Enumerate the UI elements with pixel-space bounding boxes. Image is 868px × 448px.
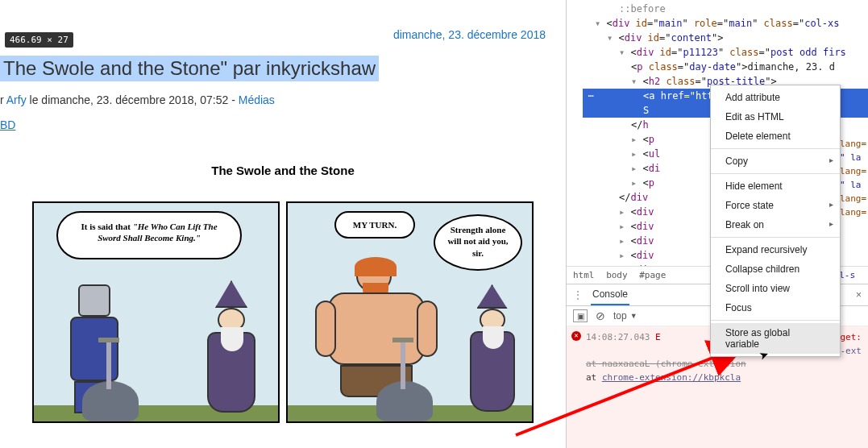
drawer-close-icon[interactable]: × [856, 289, 862, 301]
dom-node-main[interactable]: <div id="main" role="main" class="col-xs [583, 16, 868, 31]
context-selector[interactable]: top ▼ [613, 310, 638, 321]
breadcrumb-html[interactable]: html [573, 270, 595, 280]
speech-bubble-2: MY TURN. [334, 211, 415, 239]
post-meta-line: r Arfy le dimanche, 23. décembre 2018, 0… [0, 93, 566, 106]
menu-add-attribute[interactable]: Add attribute [711, 88, 840, 107]
wizard-character-2 [462, 284, 522, 421]
menu-hide-element[interactable]: Hide element [711, 176, 840, 196]
element-dimensions-tooltip: 466.69 × 27 [5, 32, 73, 48]
speech-bubble-1: It is said that "He Who Can Lift The Swo… [56, 211, 242, 259]
console-tab[interactable]: Console [591, 284, 629, 305]
comic-title: The Swole and the Stone [0, 164, 566, 177]
meta-mid: le dimanche, 23. décembre 2018, 07:52 - [27, 93, 239, 106]
console-error-link[interactable]: chrome-extension://kbpkcla [602, 372, 741, 383]
menu-force-state[interactable]: Force state [711, 196, 840, 215]
menu-separator [711, 320, 840, 321]
comic-panel-1: It is said that "He Who Can Lift The Swo… [32, 201, 280, 423]
clear-console-icon[interactable]: ⊘ [596, 309, 605, 322]
dom-overflow-text: lang=" lalang=" lalang=lang= [840, 137, 868, 219]
menu-scroll-into-view[interactable]: Scroll into view [711, 279, 840, 298]
menu-collapse-children[interactable]: Collapse children [711, 259, 840, 279]
menu-separator [711, 173, 840, 174]
post-date: dimanche, 23. décembre 2018 [0, 28, 546, 41]
dom-node-daydate[interactable]: <p class="day-date">dimanche, 23. d [583, 60, 868, 74]
menu-store-global-variable[interactable]: Store as global variable [711, 323, 840, 354]
post-title-link[interactable]: The Swole and the Stone" par inkyricksha… [0, 56, 379, 81]
sidebar-toggle-icon[interactable]: ▣ [573, 309, 588, 322]
menu-break-on[interactable]: Break on [711, 215, 840, 234]
console-timestamp: 14:08:27.043 [586, 332, 650, 342]
comic-panel-2: MY TURN. Strength alone will not aid you… [286, 201, 534, 423]
pseudo-before: ::before [583, 2, 868, 16]
dom-node-content[interactable]: <div id="content"> [583, 31, 868, 45]
menu-focus[interactable]: Focus [711, 298, 840, 317]
console-line-stale: at naaxaacaL (chrome-extension [586, 359, 746, 369]
menu-edit-as-html[interactable]: Edit as HTML [711, 107, 840, 127]
meta-prefix: r [0, 93, 6, 106]
menu-delete-element[interactable]: Delete element [711, 127, 840, 146]
selected-indicator-icon: ⋯ [583, 89, 599, 103]
menu-expand-recursively[interactable]: Expand recursively [711, 240, 840, 259]
webpage-content-area: 466.69 × 27 dimanche, 23. décembre 2018 … [0, 0, 566, 448]
speech-bubble-3: Strength alone will not aid you, sir. [434, 214, 522, 271]
breadcrumb-body[interactable]: body [606, 270, 628, 280]
drawer-menu-icon[interactable]: ⋮ [573, 289, 583, 301]
wizard-character [199, 280, 264, 421]
dom-node-post[interactable]: <div id="p11123" class="post odd firs [583, 45, 868, 60]
error-icon: ✕ [571, 331, 581, 341]
menu-separator [711, 148, 840, 149]
breadcrumb-page[interactable]: #page [639, 270, 666, 280]
comic-strip: It is said that "He Who Can Lift The Swo… [0, 201, 566, 423]
author-link[interactable]: Arfy [6, 93, 27, 106]
menu-separator [711, 237, 840, 238]
menu-copy[interactable]: Copy [711, 151, 840, 171]
category-link[interactable]: Médias [239, 93, 275, 106]
tag-link[interactable]: BD [0, 118, 566, 131]
element-context-menu: Add attribute Edit as HTML Delete elemen… [710, 85, 841, 357]
